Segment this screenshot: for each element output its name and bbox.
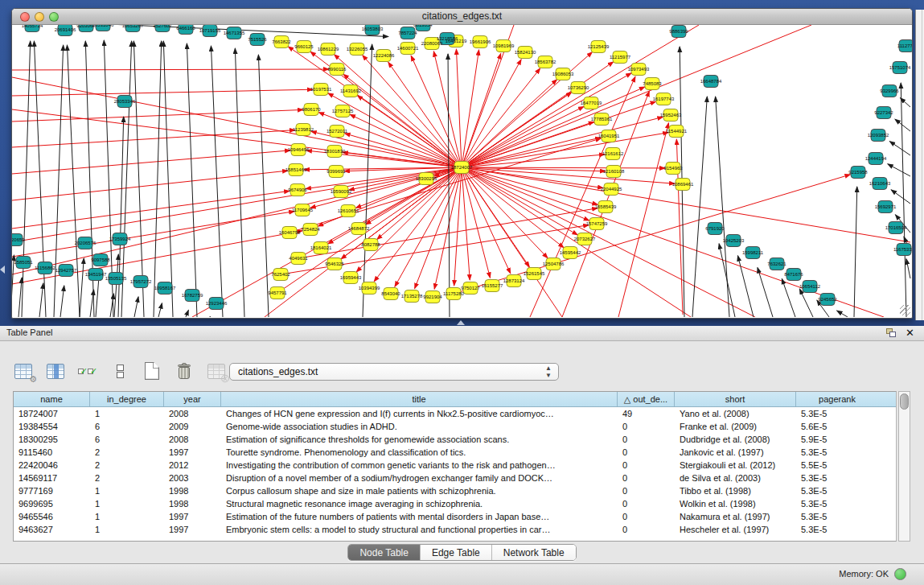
table-cell[interactable]: Investigating the contribution of common… (221, 459, 618, 472)
table-cell[interactable]: 0 (618, 523, 675, 536)
table-cell[interactable]: Changes of HCN gene expression and I(f) … (221, 407, 618, 420)
table-selector-dropdown[interactable]: citations_edges.txt ▲▼ (229, 363, 559, 381)
panel-collapse-arrow-icon[interactable] (0, 266, 5, 274)
column-header-pagerank[interactable]: pagerank (796, 392, 878, 406)
table-cell[interactable]: 0 (618, 459, 675, 472)
table-cell[interactable]: 18300295 (14, 433, 90, 446)
column-header-short[interactable]: short (675, 392, 796, 406)
tab-network-table[interactable]: Network Table (492, 545, 576, 560)
table-cell[interactable]: 9463627 (14, 523, 90, 536)
show-columns-button[interactable] (45, 360, 66, 381)
table-cell[interactable]: Disruption of a novel member of a sodium… (221, 472, 618, 484)
table-cell[interactable]: 5.3E-5 (796, 497, 878, 510)
table-cell[interactable]: 0 (618, 484, 675, 497)
table-row[interactable]: 1830029562008Estimation of significance … (14, 433, 896, 446)
table-row[interactable]: 946554611997Estimation of the future num… (14, 510, 896, 523)
table-row[interactable]: 1456911722003Disruption of a novel membe… (14, 472, 896, 484)
table-cell[interactable]: 0 (618, 472, 675, 484)
table-cell[interactable]: Estimation of significance thresholds fo… (221, 433, 618, 446)
table-row[interactable]: 1872400712008Changes of HCN gene express… (14, 407, 896, 420)
column-header-in_degree[interactable]: in_degree (90, 392, 164, 406)
table-cell[interactable]: Stergiakouli et al. (2012) (675, 459, 796, 472)
table-cell[interactable]: 9115460 (14, 446, 90, 459)
column-header-out_de[interactable]: △ out_de... (618, 392, 675, 406)
table-cell[interactable]: 2009 (164, 420, 221, 433)
splitter-handle[interactable] (457, 320, 465, 325)
memory-status-indicator[interactable] (894, 568, 906, 580)
table-cell[interactable]: 9465546 (14, 510, 90, 523)
table-cell[interactable]: 5.3E-5 (796, 523, 878, 536)
table-cell[interactable]: de Silva et al. (2003) (675, 472, 796, 484)
table-cell[interactable]: 49 (618, 407, 675, 420)
network-canvas[interactable]: 1872400718300295766382296601251086122913… (12, 25, 912, 317)
citation-network-graph[interactable]: 1872400718300295766382296601251086122913… (12, 25, 912, 317)
table-cell[interactable]: Dudbridge et al. (2008) (675, 433, 796, 446)
close-panel-icon[interactable]: ✕ (906, 327, 914, 340)
table-cell[interactable]: 0 (618, 510, 675, 523)
table-cell[interactable]: 5.9E-5 (796, 433, 878, 446)
table-cell[interactable]: 1 (90, 523, 164, 536)
table-cell[interactable]: Genome-wide association studies in ADHD. (221, 420, 618, 433)
table-cell[interactable]: 2012 (164, 459, 221, 472)
table-row[interactable]: 2242004622012Investigating the contribut… (14, 459, 896, 472)
table-cell[interactable]: Yano et al. (2008) (675, 407, 796, 420)
table-cell[interactable]: 5.3E-5 (796, 484, 878, 497)
table-row[interactable]: 969969511998Structural magnetic resonanc… (14, 497, 896, 510)
table-cell[interactable]: 1998 (164, 497, 221, 510)
tab-edge-table[interactable]: Edge Table (421, 545, 492, 560)
table-cell[interactable]: 6 (90, 420, 164, 433)
table-cell[interactable]: 2 (90, 459, 164, 472)
float-panel-icon[interactable] (886, 328, 897, 338)
table-row[interactable]: 977716911998Corpus callosum shape and si… (14, 484, 896, 497)
table-cell[interactable]: Jankovic et al. (1997) (675, 446, 796, 459)
window-resize-grip[interactable] (900, 305, 910, 315)
table-cell[interactable]: 19384554 (14, 420, 90, 433)
column-header-name[interactable]: name (14, 392, 90, 406)
table-cell[interactable]: 0 (618, 433, 675, 446)
table-cell[interactable]: 18724007 (14, 407, 90, 420)
table-cell[interactable]: Hescheler et al. (1997) (675, 523, 796, 536)
table-cell[interactable]: 9777169 (14, 484, 90, 497)
table-cell[interactable]: 5.3E-5 (796, 510, 878, 523)
table-settings-button[interactable]: ⚙ (13, 360, 34, 381)
table-cell[interactable]: 1 (90, 484, 164, 497)
table-body[interactable]: 1872400712008Changes of HCN gene express… (14, 407, 896, 536)
table-cell[interactable]: 14569117 (14, 472, 90, 484)
network-window-titlebar[interactable]: citations_edges.txt (12, 9, 912, 25)
table-cell[interactable]: Tourette syndrome. Phenomenology and cla… (221, 446, 618, 459)
table-cell[interactable]: 2 (90, 472, 164, 484)
delete-column-button[interactable] (174, 360, 195, 381)
table-cell[interactable]: Estimation of the future numbers of pati… (221, 510, 618, 523)
table-cell[interactable]: 5.3E-5 (796, 446, 878, 459)
unselect-all-columns-button[interactable] (109, 360, 130, 381)
table-cell[interactable]: 5.3E-5 (796, 472, 878, 484)
table-cell[interactable]: 5.3E-5 (796, 407, 878, 420)
network-window[interactable]: citations_edges.txt 18724007183002957663… (11, 8, 913, 319)
table-cell[interactable]: 5.6E-5 (796, 420, 878, 433)
table-cell[interactable]: 1997 (164, 510, 221, 523)
tab-node-table[interactable]: Node Table (348, 545, 421, 560)
table-cell[interactable]: 6 (90, 433, 164, 446)
table-cell[interactable]: 0 (618, 446, 675, 459)
table-cell[interactable]: Nakamura et al. (1997) (675, 510, 796, 523)
table-cell[interactable]: Wolkin et al. (1998) (675, 497, 796, 510)
table-vertical-scrollbar[interactable] (898, 391, 910, 542)
table-cell[interactable]: 2003 (164, 472, 221, 484)
table-cell[interactable]: Tibbo et al. (1998) (675, 484, 796, 497)
table-cell[interactable]: 1997 (164, 446, 221, 459)
table-row[interactable]: 911546021997Tourette syndrome. Phenomeno… (14, 446, 896, 459)
scrollbar-thumb[interactable] (900, 393, 909, 410)
column-header-year[interactable]: year (164, 392, 221, 406)
column-header-title[interactable]: title (221, 392, 618, 406)
table-cell[interactable]: Corpus callosum shape and size in male p… (221, 484, 618, 497)
table-cell[interactable]: 1998 (164, 484, 221, 497)
table-row[interactable]: 946362711997Embryonic stem cells: a mode… (14, 523, 896, 536)
table-header-row[interactable]: namein_degreeyeartitle△ out_de...shortpa… (14, 392, 896, 407)
table-cell[interactable]: 0 (618, 420, 675, 433)
table-cell[interactable]: 1 (90, 497, 164, 510)
table-cell[interactable]: 2008 (164, 407, 221, 420)
table-cell[interactable]: Structural magnetic resonance image aver… (221, 497, 618, 510)
table-cell[interactable]: Franke et al. (2009) (675, 420, 796, 433)
node-attribute-table[interactable]: namein_degreeyeartitle△ out_de...shortpa… (13, 391, 897, 542)
table-cell[interactable]: 0 (618, 497, 675, 510)
